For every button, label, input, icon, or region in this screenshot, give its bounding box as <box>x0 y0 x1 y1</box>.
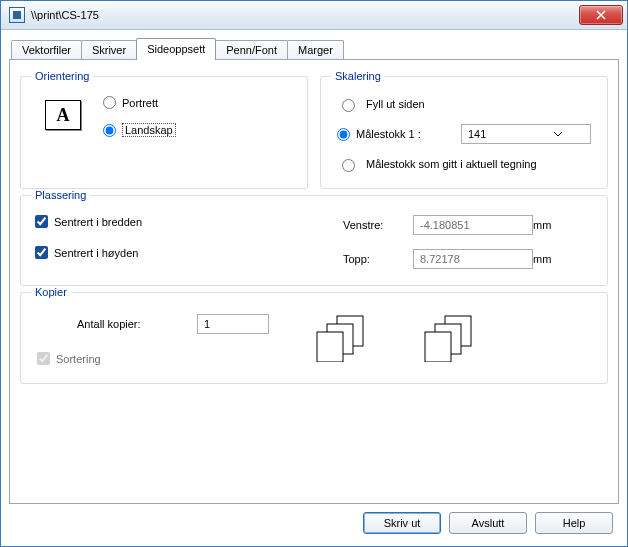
legend-orientation: Orientering <box>31 70 93 82</box>
tab-sideoppsett[interactable]: Sideoppsett <box>136 38 216 60</box>
client-area: Vektorfiler Skriver Sideoppsett Penn/Fon… <box>1 30 627 546</box>
check-center-v[interactable]: Sentrert i høyden <box>35 246 142 259</box>
svg-text:1: 1 <box>431 350 436 360</box>
svg-text:3: 3 <box>465 320 470 330</box>
left-input[interactable] <box>413 215 533 235</box>
radio-portrait-label: Portrett <box>122 97 158 109</box>
group-placement: Plassering Sentrert i bredden Sentrert i… <box>20 189 608 286</box>
group-orientation: Orientering A Portrett Landskap <box>20 70 308 189</box>
radio-drawing-scale[interactable]: Målestokk som gitt i aktuell tegning <box>337 156 591 172</box>
radio-drawing-scale-label: Målestokk som gitt i aktuell tegning <box>366 158 591 170</box>
svg-rect-10 <box>425 332 451 362</box>
chevron-down-icon <box>526 132 590 137</box>
top-label: Topp: <box>343 253 413 265</box>
group-copies: Kopier Antall kopier: Sortering <box>20 286 608 384</box>
svg-text:1: 1 <box>323 350 328 360</box>
svg-rect-4 <box>317 332 343 362</box>
close-icon <box>596 10 606 20</box>
copies-count-label: Antall kopier: <box>37 318 185 330</box>
top-input[interactable] <box>413 249 533 269</box>
radio-portrait[interactable]: Portrett <box>103 96 176 109</box>
radio-fit-label: Fyll ut siden <box>366 98 591 110</box>
radio-scale1[interactable]: Målestokk 1 : <box>337 128 453 141</box>
tab-marger[interactable]: Marger <box>287 40 344 60</box>
check-center-h-input[interactable] <box>35 215 48 228</box>
tab-strip: Vektorfiler Skriver Sideoppsett Penn/Fon… <box>11 38 619 60</box>
tab-skriver[interactable]: Skriver <box>81 40 137 60</box>
group-scaling: Skalering Fyll ut siden Målestokk 1 : <box>320 70 608 189</box>
legend-scaling: Skalering <box>331 70 385 82</box>
tab-page: Orientering A Portrett Landskap <box>9 59 619 504</box>
dialog-footer: Skriv ut Avslutt Help <box>9 504 619 540</box>
collate-icon-2: 3 2 1 <box>421 314 485 362</box>
scale1-value: 141 <box>462 128 526 140</box>
radio-landscape-label: Landskap <box>122 123 176 137</box>
app-icon <box>9 7 25 23</box>
check-collate-input <box>37 352 50 365</box>
check-center-h[interactable]: Sentrert i bredden <box>35 215 142 228</box>
check-center-v-label: Sentrert i høyden <box>54 247 138 259</box>
radio-drawing-scale-input[interactable] <box>342 159 355 172</box>
left-unit: mm <box>533 219 573 231</box>
radio-scale1-input[interactable] <box>337 128 350 141</box>
svg-text:2: 2 <box>455 328 460 338</box>
close-dialog-button[interactable]: Avslutt <box>449 512 527 534</box>
close-button[interactable] <box>579 5 623 25</box>
radio-scale1-label: Målestokk 1 : <box>356 128 421 140</box>
check-center-h-label: Sentrert i bredden <box>54 216 142 228</box>
titlebar: \\print\CS-175 <box>1 1 627 30</box>
radio-fit[interactable]: Fyll ut siden <box>337 96 591 112</box>
check-center-v-input[interactable] <box>35 246 48 259</box>
legend-placement: Plassering <box>31 189 90 201</box>
orientation-preview-icon: A <box>45 100 81 130</box>
check-collate-label: Sortering <box>56 353 101 365</box>
tab-vektorfiler[interactable]: Vektorfiler <box>11 40 82 60</box>
tab-pennfont[interactable]: Penn/Font <box>215 40 288 60</box>
window: \\print\CS-175 Vektorfiler Skriver Sideo… <box>0 0 628 547</box>
legend-copies: Kopier <box>31 286 71 298</box>
radio-portrait-input[interactable] <box>103 96 116 109</box>
left-label: Venstre: <box>343 219 413 231</box>
svg-text:3: 3 <box>357 320 362 330</box>
svg-text:2: 2 <box>347 328 352 338</box>
scale1-combo[interactable]: 141 <box>461 124 591 144</box>
print-button[interactable]: Skriv ut <box>363 512 441 534</box>
radio-landscape[interactable]: Landskap <box>103 123 176 137</box>
window-title: \\print\CS-175 <box>29 9 579 21</box>
radio-fit-input[interactable] <box>342 99 355 112</box>
check-collate: Sortering <box>37 352 269 365</box>
radio-landscape-input[interactable] <box>103 124 116 137</box>
top-unit: mm <box>533 253 573 265</box>
copies-count-input[interactable] <box>197 314 269 334</box>
collate-icon-1: 3 2 1 <box>313 314 377 362</box>
help-button[interactable]: Help <box>535 512 613 534</box>
